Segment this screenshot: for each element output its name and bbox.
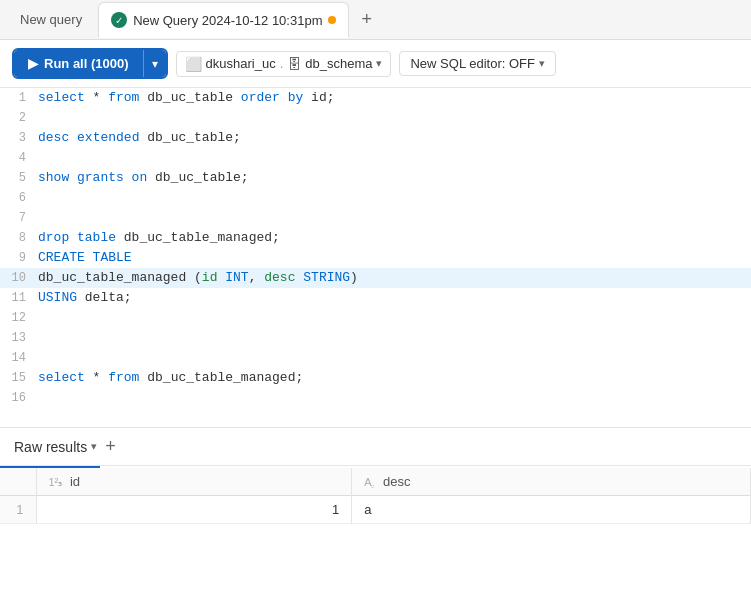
line-num-7: 7 <box>0 208 38 228</box>
row-num-header <box>0 468 36 496</box>
schema-name: db_schema <box>305 56 372 71</box>
code-line-7: 7 <box>0 208 751 228</box>
col-header-desc[interactable]: A꜀ desc <box>352 468 751 496</box>
cell-id-1: 1 <box>36 496 352 524</box>
code-line-10: 10 db_uc_table_managed (id INT, desc STR… <box>0 268 751 288</box>
code-line-4: 4 <box>0 148 751 168</box>
add-result-button[interactable]: + <box>105 436 116 457</box>
table-row: 1 1 a <box>0 496 751 524</box>
sql-editor-chevron-icon: ▾ <box>539 57 545 70</box>
table-header-row: 1²₃ id A꜀ desc <box>0 468 751 496</box>
code-line-12: 12 <box>0 308 751 328</box>
line-num-10: 10 <box>0 268 38 288</box>
line-num-13: 13 <box>0 328 38 348</box>
code-content-10: db_uc_table_managed (id INT, desc STRING… <box>38 268 751 288</box>
tab-new-query-label: New query <box>20 12 82 27</box>
tab-bar: New query ✓ New Query 2024-10-12 10:31pm… <box>0 0 751 40</box>
line-num-15: 15 <box>0 368 38 388</box>
results-chevron-icon: ▾ <box>91 440 97 453</box>
col-name-desc: desc <box>383 474 410 489</box>
line-num-6: 6 <box>0 188 38 208</box>
row-num-1: 1 <box>0 496 36 524</box>
code-content-9: CREATE TABLE <box>38 248 751 268</box>
results-label-text: Raw results <box>14 439 87 455</box>
code-line-1: 1 select * from db_uc_table order by id; <box>0 88 751 108</box>
check-icon: ✓ <box>111 12 127 28</box>
sql-editor-label: New SQL editor: OFF <box>410 56 535 71</box>
code-line-14: 14 <box>0 348 751 368</box>
tab-active-label: New Query 2024-10-12 10:31pm <box>133 13 322 28</box>
col-type-desc: A꜀ <box>364 476 375 488</box>
catalog-separator: . <box>280 56 284 71</box>
unsaved-dot <box>328 16 336 24</box>
col-type-id: 1²₃ <box>49 476 63 488</box>
line-num-12: 12 <box>0 308 38 328</box>
code-editor[interactable]: 1 select * from db_uc_table order by id;… <box>0 88 751 428</box>
line-num-4: 4 <box>0 148 38 168</box>
line-num-1: 1 <box>0 88 38 108</box>
results-label[interactable]: Raw results ▾ <box>14 439 97 455</box>
code-line-15: 15 select * from db_uc_table_managed; <box>0 368 751 388</box>
code-line-16: 16 <box>0 388 751 408</box>
line-num-11: 11 <box>0 288 38 308</box>
col-name-id: id <box>70 474 80 489</box>
toolbar: ▶ Run all (1000) ▾ ⬜ dkushari_uc . 🗄 db_… <box>0 40 751 88</box>
code-content-11: USING delta; <box>38 288 751 308</box>
catalog-name: dkushari_uc <box>206 56 276 71</box>
tab-new-query[interactable]: New query <box>8 2 94 38</box>
line-num-8: 8 <box>0 228 38 248</box>
code-content-5: show grants on db_uc_table; <box>38 168 751 188</box>
schema-icon: 🗄 <box>287 56 301 72</box>
code-content-1: select * from db_uc_table order by id; <box>38 88 751 108</box>
play-icon: ▶ <box>28 56 38 71</box>
cell-desc-1: a <box>352 496 751 524</box>
code-line-9: 9 CREATE TABLE <box>0 248 751 268</box>
code-line-3: 3 desc extended db_uc_table; <box>0 128 751 148</box>
catalog-schema-selector[interactable]: ⬜ dkushari_uc . 🗄 db_schema ▾ <box>176 51 392 77</box>
code-content-15: select * from db_uc_table_managed; <box>38 368 751 388</box>
code-content-3: desc extended db_uc_table; <box>38 128 751 148</box>
results-table: 1²₃ id A꜀ desc 1 1 a <box>0 468 751 524</box>
line-num-3: 3 <box>0 128 38 148</box>
line-num-14: 14 <box>0 348 38 368</box>
code-line-2: 2 <box>0 108 751 128</box>
code-line-13: 13 <box>0 328 751 348</box>
run-all-label: Run all (1000) <box>44 56 129 71</box>
code-content-8: drop table db_uc_table_managed; <box>38 228 751 248</box>
col-header-id[interactable]: 1²₃ id <box>36 468 352 496</box>
code-line-6: 6 <box>0 188 751 208</box>
line-num-9: 9 <box>0 248 38 268</box>
code-line-5: 5 show grants on db_uc_table; <box>0 168 751 188</box>
sql-editor-toggle[interactable]: New SQL editor: OFF ▾ <box>399 51 556 76</box>
line-num-5: 5 <box>0 168 38 188</box>
run-button-group: ▶ Run all (1000) ▾ <box>12 48 168 79</box>
line-num-16: 16 <box>0 388 38 408</box>
results-bar: Raw results ▾ + <box>0 428 751 466</box>
line-num-2: 2 <box>0 108 38 128</box>
code-line-11: 11 USING delta; <box>0 288 751 308</box>
code-line-8: 8 drop table db_uc_table_managed; <box>0 228 751 248</box>
add-tab-button[interactable]: + <box>353 5 380 34</box>
catalog-icon: ⬜ <box>185 56 202 72</box>
catalog-chevron-icon: ▾ <box>376 57 382 70</box>
run-all-button[interactable]: ▶ Run all (1000) <box>14 50 143 77</box>
tab-active-query[interactable]: ✓ New Query 2024-10-12 10:31pm <box>98 2 349 38</box>
run-dropdown-button[interactable]: ▾ <box>143 50 166 77</box>
